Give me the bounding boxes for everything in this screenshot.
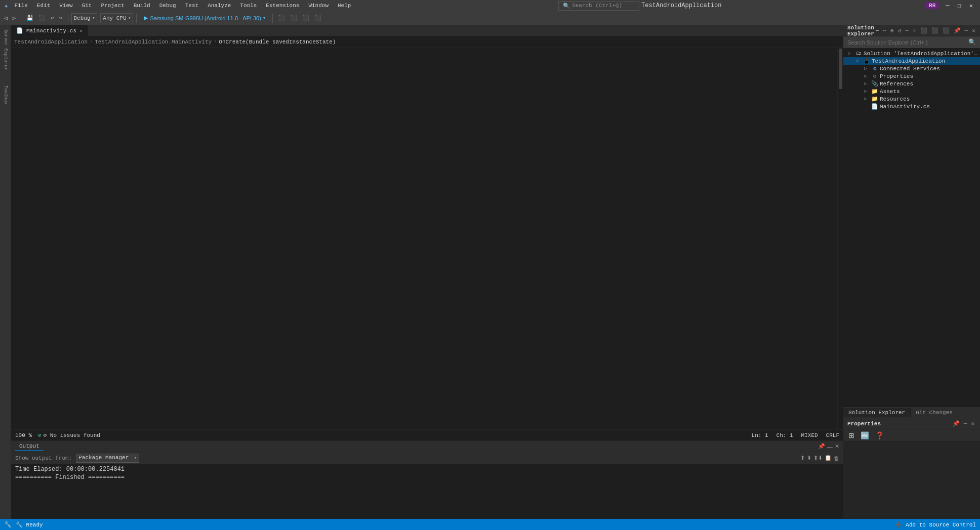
menu-tools[interactable]: Tools [237,2,260,10]
se-tab-git-changes[interactable]: Git Changes [911,408,958,417]
minimap[interactable] [807,48,837,429]
toolbox-icon[interactable]: Toolbox [2,83,9,107]
server-explorer-icon[interactable]: Server Explorer [2,27,9,72]
tree-project[interactable]: ▽ 📱 TestAndroidApplication [843,57,980,65]
redo-button[interactable]: ↪ [57,14,65,22]
references-expand-icon[interactable]: ▷ [862,81,870,86]
code-content[interactable] [31,48,807,429]
se-ctrl-2[interactable]: ↔ [881,27,888,34]
global-search-box[interactable]: 🔍 Search (Ctrl+Q) [558,1,639,11]
toolbar-extra-1[interactable]: ⬛ [276,14,287,22]
tree-properties[interactable]: ▷ ⚙ Properties [843,72,980,80]
se-ctrl-close[interactable]: ✕ [970,27,977,34]
menu-view[interactable]: View [56,2,75,10]
menu-file[interactable]: File [11,2,30,10]
menu-analyze[interactable]: Analyze [205,2,234,10]
resources-expand-icon[interactable]: ▷ [862,96,870,102]
user-badge[interactable]: RR [926,2,938,9]
project-expand-icon[interactable]: ▽ [853,58,862,64]
output-close-button[interactable]: ✕ [835,443,839,450]
se-ctrl-7[interactable]: ⬛ [941,27,951,34]
output-pin-button[interactable]: 📌 [818,443,825,450]
cursor-ln: Ln: 1 [752,432,768,438]
se-ctrl-3[interactable]: ⊕ [889,27,895,34]
prop-collapse-btn[interactable]: — [962,420,969,427]
se-ctrl-5[interactable]: ⬛ [919,27,929,34]
code-editor[interactable] [11,48,807,429]
se-ctrl-6[interactable]: ⬛ [930,27,940,34]
menu-git[interactable]: Git [79,2,95,10]
close-button[interactable]: ✕ [966,2,976,10]
tree-connected-services[interactable]: ▷ ⚙ Connected Services [843,65,980,72]
menu-window[interactable]: Window [305,2,332,10]
output-btn-3[interactable]: ⬆⬇ [813,455,823,461]
toolbar-extra-3[interactable]: ⬛ [300,14,311,22]
left-sidebar: Server Explorer Toolbox [0,25,11,519]
output-btn-4[interactable]: 📋 [825,455,832,461]
undo-button[interactable]: ↩ [49,14,56,22]
save-button[interactable]: 💾 [24,14,35,22]
path-item-1[interactable]: TestAndroidApplication.MainActivity [95,39,212,45]
tree-assets[interactable]: ▷ 📁 Assets [843,87,980,95]
menu-edit[interactable]: Edit [34,2,53,10]
output-source-select[interactable]: Package Manager ▾ [76,454,139,463]
se-ctrl-pin[interactable]: 📌 [952,27,962,34]
output-btn-2[interactable]: ⬇ [807,455,811,461]
tab-mainactivity-close[interactable]: ✕ [79,28,83,34]
menu-help[interactable]: Help [335,2,354,10]
se-search: 🔍 [843,36,980,49]
run-button[interactable]: ▶ Samsung SM-G998U (Android 11.0 - API 3… [140,14,269,22]
back-button[interactable]: ◁ [2,14,10,22]
assets-expand-icon[interactable]: ▷ [862,89,870,94]
forward-button[interactable]: ▷ [11,14,18,22]
tree-mainactivity-cs[interactable]: 📄 MainActivity.cs [843,103,980,110]
tree-references[interactable]: ▷ 📎 References [843,80,980,87]
maximize-button[interactable]: ❐ [955,2,964,10]
scroll-thumb[interactable] [839,49,842,89]
solution-expand-icon[interactable]: ▷ [845,51,853,56]
vertical-scrollbar[interactable] [837,48,843,429]
code-area-wrapper [11,48,843,429]
se-search-input[interactable] [847,39,966,46]
menu-build[interactable]: Build [131,2,153,10]
tab-mainactivity[interactable]: 📄 MainActivity.cs ✕ [11,25,88,36]
output-tab-output[interactable]: Output [15,442,44,451]
menu-debug[interactable]: Debug [156,2,179,10]
project-label: TestAndroidApplication [872,58,978,64]
prop-categories-btn[interactable]: ⊞ [847,431,855,439]
output-content[interactable]: Time Elapsed: 00:00:00.2254841 =========… [11,464,843,519]
path-item-0[interactable]: TestAndroidApplication [14,39,88,45]
toolbar-extra-4[interactable]: ⬛ [312,14,323,22]
se-tab-solution-explorer[interactable]: Solution Explorer [843,408,911,417]
output-btn-1[interactable]: ⬆ [800,455,805,461]
se-ctrl-collapse[interactable]: — [904,27,910,34]
add-to-source-control[interactable]: ➕ Add to Source Control [895,521,976,528]
se-ctrl-1[interactable]: ⬅ [874,27,881,34]
menu-extensions[interactable]: Extensions [263,2,302,10]
prop-header: Properties 📌 — ✕ [843,418,980,429]
prop-pin-btn[interactable]: 📌 [951,420,961,427]
connected-services-expand-icon[interactable]: ▷ [862,66,870,71]
tree-solution[interactable]: ▷ 🗂 Solution 'TestAndroidApplication' (1… [843,50,980,57]
tree-resources[interactable]: ▷ 📁 Resources [843,95,980,103]
prop-close-btn[interactable]: ✕ [969,420,976,427]
prop-toolbar: ⊞ 🔤 ❓ [843,429,980,441]
platform-dropdown[interactable]: Any CPU ▾ [100,13,133,23]
se-tree[interactable]: ▷ 🗂 Solution 'TestAndroidApplication' (1… [843,49,980,407]
se-ctrl-props[interactable]: ≡ [911,27,918,34]
prop-alpha-btn[interactable]: 🔤 [860,431,870,439]
output-btn-5[interactable]: 🗑 [834,455,839,461]
minimize-button[interactable]: — [943,2,952,10]
menu-test[interactable]: Test [182,2,201,10]
prop-help-btn[interactable]: ❓ [874,431,885,439]
menu-project[interactable]: Project [98,2,127,10]
output-toolbar-right: ⬆ ⬇ ⬆⬇ 📋 🗑 [800,455,839,461]
build-config-dropdown[interactable]: Debug ▾ [71,13,98,23]
output-collapse-button[interactable]: — [827,443,833,450]
se-ctrl-minimize[interactable]: — [963,27,970,34]
toolbar-extra-2[interactable]: ⬛ [288,14,299,22]
path-item-2[interactable]: OnCreate(Bundle savedInstanceState) [219,39,336,45]
se-ctrl-refresh[interactable]: ↺ [896,27,903,34]
save-all-button[interactable]: ⬛ [36,14,48,22]
properties-expand-icon[interactable]: ▷ [862,73,870,79]
